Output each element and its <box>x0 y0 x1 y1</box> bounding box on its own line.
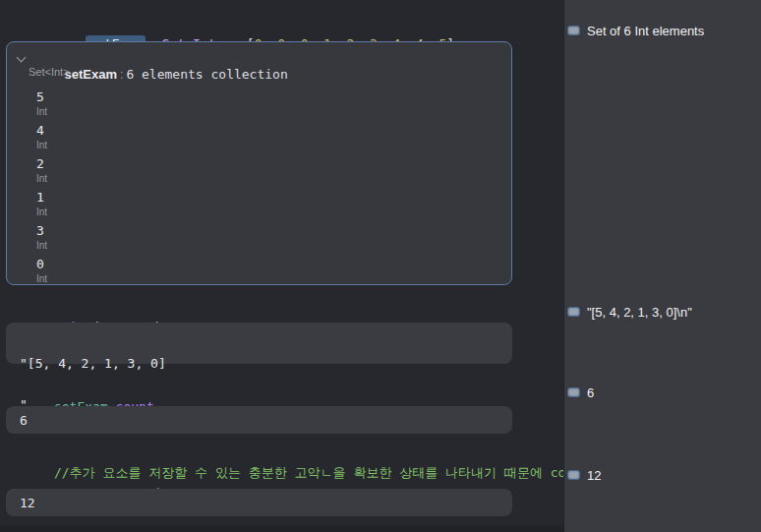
code-line-count[interactable]: setExam.count <box>8 384 154 399</box>
element-value: 4 <box>36 123 47 138</box>
element-type: Int <box>36 273 47 285</box>
chevron-down-icon[interactable] <box>18 54 25 61</box>
sidebar-result-row-count[interactable]: 6 <box>567 384 594 401</box>
sidebar-result-row-print[interactable]: "[5, 4, 2, 1, 3, 0]\n" <box>567 303 692 321</box>
popover-type-label: Set<Int> <box>29 66 70 78</box>
element-type: Int <box>36 240 47 252</box>
code-line-var-declaration[interactable]: var setExam: Set<Int> = [0, 0, 0, 1, 2, … <box>8 21 454 36</box>
set-element-row: 4 Int <box>36 123 47 151</box>
inline-result-print: "[5, 4, 2, 1, 3, 0] " <box>6 323 512 364</box>
show-result-icon[interactable] <box>567 307 580 317</box>
show-result-icon[interactable] <box>567 470 580 480</box>
results-sidebar: Set of 6 Int elements "[5, 4, 2, 1, 3, 0… <box>563 0 761 532</box>
sidebar-result-label: 6 <box>587 385 594 400</box>
element-value: 5 <box>36 89 47 104</box>
sidebar-result-label: Set of 6 Int elements <box>587 24 704 38</box>
element-type: Int <box>36 140 47 151</box>
sidebar-result-row-capacity[interactable]: 12 <box>567 466 601 484</box>
inline-result-count: 6 <box>6 406 512 434</box>
set-element-row: 2 Int <box>36 156 47 185</box>
element-type: Int <box>36 106 47 118</box>
popover-summary: 6 elements collection <box>126 67 287 82</box>
sidebar-result-label: 12 <box>587 468 601 483</box>
result-line: "[5, 4, 2, 1, 3, 0] <box>20 357 512 371</box>
popover-header: setExam:6 elements collection <box>29 50 288 66</box>
element-type: Int <box>36 207 47 218</box>
editor-bottom-strip <box>0 525 563 532</box>
sidebar-result-label: "[5, 4, 2, 1, 3, 0]\n" <box>587 305 692 320</box>
inline-result-popover: setExam:6 elements collection Set<Int> 5… <box>6 41 512 285</box>
set-element-row: 3 Int <box>36 223 47 252</box>
set-element-row: 1 Int <box>36 190 47 218</box>
inline-result-capacity: 12 <box>6 489 512 516</box>
result-value: 12 <box>20 496 35 510</box>
playground-window: var setExam: Set<Int> = [0, 0, 0, 1, 2, … <box>0 0 761 532</box>
set-element-row: 0 Int <box>36 257 47 285</box>
show-result-icon[interactable] <box>567 26 580 35</box>
result-value: 6 <box>20 413 28 428</box>
element-type: Int <box>36 173 47 185</box>
code-editor-pane[interactable]: var setExam: Set<Int> = [0, 0, 0, 1, 2, … <box>0 0 563 532</box>
element-value: 0 <box>36 257 47 271</box>
code-line-print[interactable]: print(setExam) <box>8 304 162 320</box>
element-value: 1 <box>36 190 47 205</box>
element-value: 2 <box>36 156 47 171</box>
popover-var-name: setExam <box>65 67 117 82</box>
element-value: 3 <box>36 223 47 238</box>
show-result-icon[interactable] <box>567 387 580 397</box>
set-element-row: 5 Int <box>36 89 47 118</box>
code-line-capacity[interactable]: setExam.capacity <box>8 470 177 486</box>
sidebar-result-row-set[interactable]: Set of 6 Int elements <box>567 22 704 39</box>
